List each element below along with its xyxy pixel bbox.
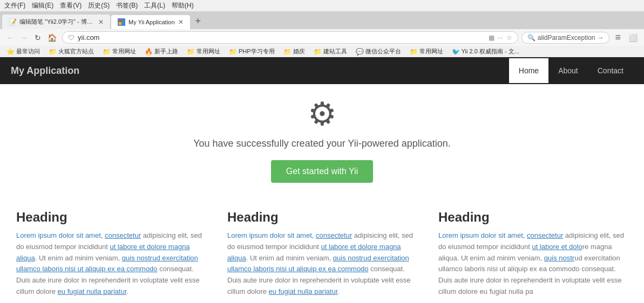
tab-label-blog: 编辑随笔 "Yii2.0学习" - 博客后...: [19, 18, 95, 26]
bookmark-firefox[interactable]: 📁 火狐官方站点: [46, 47, 96, 56]
bookmarks-bar: ⭐ 最常访问 📁 火狐官方站点 📁 常用网址 🔥 新手上路 📁 常用网址 📁 P…: [0, 46, 644, 57]
hero-icon: ⚙: [11, 95, 633, 133]
bookmark-common3[interactable]: 📁 常用网址: [408, 47, 445, 56]
home-button[interactable]: 🏠: [45, 32, 59, 43]
tab-bar: 📝 编辑随笔 "Yii2.0学习" - 博客后... ✕ My Yii Appl…: [0, 11, 644, 29]
nav-link-contact[interactable]: Contact: [588, 58, 633, 83]
app-content: My Application Home About Contact ⚙ You …: [0, 57, 644, 303]
tab-close-blog[interactable]: ✕: [98, 18, 104, 26]
search-arrow-icon: →: [597, 34, 604, 42]
bookmark-common1[interactable]: 📁 常用网址: [100, 47, 138, 56]
menu-item-bookmarks[interactable]: 书签(B): [116, 1, 138, 10]
menu-item-view[interactable]: 查看(V): [60, 1, 82, 10]
bookmark-yii-guide[interactable]: 🐦 Yii 2.0 权威指南 - 文...: [450, 47, 521, 56]
svg-rect-4: [121, 22, 124, 25]
bookmark-php[interactable]: 📁 PHP学习专用: [227, 47, 277, 56]
app-nav-links: Home About Contact: [509, 58, 633, 83]
menu-item-help[interactable]: 帮助(H): [172, 1, 194, 10]
bookmark-label-firefox: 火狐官方站点: [58, 47, 94, 56]
bookmark-label-php: PHP学习专用: [239, 47, 275, 56]
folder-icon-1: 📁: [49, 48, 57, 56]
back-button[interactable]: ←: [4, 32, 16, 43]
bookmark-label-common2: 常用网址: [196, 47, 220, 56]
bookmark-newuser[interactable]: 🔥 新手上路: [143, 47, 180, 56]
nav-link-about[interactable]: About: [548, 58, 588, 83]
tab-blog[interactable]: 📝 编辑随笔 "Yii2.0学习" - 博客后... ✕: [2, 15, 110, 29]
bookmark-wedding[interactable]: 📁 婚庆: [281, 47, 307, 56]
bookmark-tools[interactable]: 📁 建站工具: [311, 47, 349, 56]
svg-rect-2: [121, 19, 124, 22]
address-text: yii.com: [78, 33, 485, 42]
fire-icon: 🔥: [145, 48, 153, 56]
wechat-icon: 💬: [356, 48, 364, 56]
nav-buttons: ← → ↻ 🏠: [4, 32, 59, 43]
bookmark-star-icon[interactable]: ☆: [506, 34, 512, 42]
address-bar: ← → ↻ 🏠 🛡 yii.com ▦ ··· ☆ 🔍 alidParamExc…: [0, 29, 644, 46]
browser-extra-icons: ⚙ ✕: [625, 19, 638, 27]
tab-label-yii: My Yii Application: [128, 19, 175, 25]
bookmark-label-common1: 常用网址: [112, 47, 136, 56]
folder-icon-6: 📁: [314, 48, 322, 56]
security-icon: 🛡: [68, 34, 74, 42]
bookmark-label-yii-guide: Yii 2.0 权威指南 - 文...: [462, 47, 519, 56]
address-bar-input[interactable]: 🛡 yii.com ▦ ··· ☆: [62, 31, 518, 44]
bookmark-common2[interactable]: 📁 常用网址: [185, 47, 222, 56]
column-1-heading: Heading: [16, 210, 206, 225]
bookmark-label-wedding: 婚庆: [293, 47, 305, 56]
search-icon: 🔍: [527, 34, 535, 42]
columns-section: Heading Lorem ipsum dolor sit amet, cons…: [0, 199, 644, 303]
search-bar[interactable]: 🔍 alidParamException →: [521, 32, 610, 44]
column-1-text: Lorem ipsum dolor sit amet, consectetur …: [16, 230, 206, 298]
bookmark-frequent[interactable]: ⭐ 最常访问: [4, 47, 42, 56]
column-3-text: Lorem ipsum dolor sit amet, consectetur …: [438, 230, 628, 298]
get-started-button[interactable]: Get started with Yii: [271, 160, 373, 183]
folder-icon-4: 📁: [229, 48, 237, 56]
bookmark-wechat[interactable]: 💬 微信公众平台: [354, 47, 403, 56]
bookmark-label-newuser: 新手上路: [154, 47, 178, 56]
tab-favicon-yii: [118, 18, 125, 26]
column-2-text: Lorem ipsum dolor sit amet, consectetur …: [227, 230, 417, 298]
nav-link-home[interactable]: Home: [509, 58, 548, 83]
svg-rect-1: [119, 19, 121, 22]
search-text: alidParamException: [538, 34, 595, 42]
yii-icon: 🐦: [452, 48, 460, 56]
folder-icon-3: 📁: [187, 48, 195, 56]
menu-item-file[interactable]: 文件(F): [4, 1, 25, 10]
folder-icon-5: 📁: [283, 48, 292, 56]
browser-chrome: 文件(F) 编辑(E) 查看(V) 历史(S) 书签(B) 工具(L) 帮助(H…: [0, 0, 644, 57]
svg-rect-3: [119, 22, 121, 25]
hero-section: ⚙ You have successfully created your Yii…: [0, 84, 644, 199]
folder-icon-7: 📁: [410, 48, 418, 56]
bookmark-label-common3: 常用网址: [419, 47, 443, 56]
hero-text: You have successfully created your Yii-p…: [11, 138, 633, 149]
folder-icon-2: 📁: [103, 48, 111, 56]
bookmark-label-frequent: 最常访问: [16, 47, 40, 56]
forward-button[interactable]: →: [18, 32, 30, 43]
frequent-icon: ⭐: [6, 48, 15, 56]
column-2-heading: Heading: [227, 210, 417, 225]
column-2: Heading Lorem ipsum dolor sit amet, cons…: [227, 210, 417, 298]
app-brand: My Application: [11, 65, 509, 77]
app-navbar: My Application Home About Contact: [0, 57, 644, 84]
bookmark-label-wechat: 微信公众平台: [365, 47, 401, 56]
new-tab-button[interactable]: +: [191, 13, 206, 29]
column-3: Heading Lorem ipsum dolor sit amet, cons…: [438, 210, 628, 298]
qr-icon: ▦: [489, 34, 494, 42]
address-bar-icons: ▦ ··· ☆: [489, 34, 512, 42]
sidebar-toggle-icon[interactable]: ≡: [613, 32, 623, 43]
menu-bar: 文件(F) 编辑(E) 查看(V) 历史(S) 书签(B) 工具(L) 帮助(H…: [0, 0, 644, 11]
more-icon: ···: [498, 34, 503, 42]
column-3-heading: Heading: [438, 210, 628, 225]
tab-close-yii[interactable]: ✕: [178, 18, 184, 26]
menu-item-edit[interactable]: 编辑(E): [32, 1, 53, 10]
tab-yii[interactable]: My Yii Application ✕: [111, 15, 190, 29]
menu-item-tools[interactable]: 工具(L): [144, 1, 165, 10]
column-1: Heading Lorem ipsum dolor sit amet, cons…: [16, 210, 206, 298]
refresh-button[interactable]: ↻: [32, 32, 43, 43]
tab-favicon-blog: 📝: [9, 18, 16, 26]
maximize-icon[interactable]: ⬜: [626, 33, 640, 42]
bookmark-label-tools: 建站工具: [323, 47, 347, 56]
menu-item-history[interactable]: 历史(S): [88, 1, 110, 10]
